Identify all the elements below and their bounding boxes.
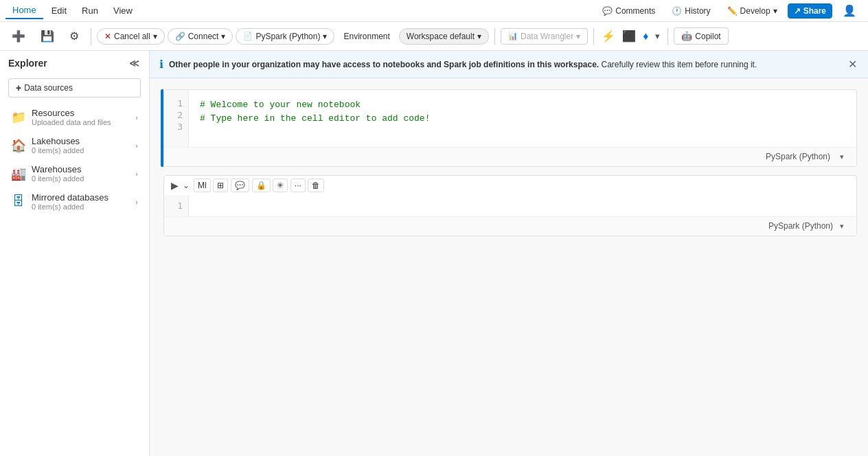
cell-2-line-1: 1 [177,201,183,211]
menu-home[interactable]: Home [5,2,43,19]
toolbar-icon-chevron[interactable]: ▾ [653,29,662,43]
pyspark-chevron-icon: ▾ [323,32,327,41]
toolbar-icon-1[interactable]: ⚡ [599,27,617,45]
menu-run[interactable]: Run [75,3,105,19]
sidebar-title: Explorer [8,58,47,69]
alert-close-button[interactable]: ✕ [847,56,858,72]
connect-icon: 🔗 [175,32,185,41]
cell-2-toolbar-right: Ml ⊞ 💬 🔒 ✳ ··· 🗑 [194,180,849,190]
mirrored-icon: 🗄 [11,194,26,209]
sidebar: Explorer ≪ + Data sources 📁 Resources Up… [0,51,150,456]
menu-right: 💬 Comments 🕐 History ✏️ Develop ▾ ↗ Shar… [596,1,863,20]
add-icon: + [16,82,21,93]
mirrored-name: Mirrored databases [32,192,133,203]
line-number-1: 1 [177,98,183,109]
mirrored-chevron-icon [135,198,138,206]
main-layout: Explorer ≪ + Data sources 📁 Resources Up… [0,51,868,456]
sidebar-item-lakehouses[interactable]: 🏠 Lakehouses 0 item(s) added [3,132,146,159]
toolbar-icon-3[interactable]: ♦ [641,28,650,45]
mirrored-content: Mirrored databases 0 item(s) added [32,192,133,211]
resources-content: Resources Uploaded data and files [32,108,133,126]
add-datasource-button[interactable]: + Data sources [8,78,141,98]
toolbar-separator-4 [667,28,668,45]
cell-2-asterisk-button[interactable]: ✳ [273,179,288,192]
copilot-button[interactable]: 🤖 Copilot [674,27,728,45]
cell-2-wrapper: ▶ ⌄ Ml ⊞ 💬 🔒 ✳ ··· 🗑 [161,175,857,236]
cell-1-body: 1 2 3 # Welcome to your new notebook # T… [164,90,856,147]
workspace-button[interactable]: Workspace default ▾ [399,28,489,45]
settings-button[interactable]: ⚙ [63,26,85,46]
connect-chevron-icon: ▾ [221,32,225,41]
share-icon: ↗ [794,6,801,16]
resources-chevron-icon [135,113,138,122]
cell-2-lang-dropdown[interactable]: ▾ [836,220,848,233]
resources-name: Resources [32,108,133,118]
notebook-area: 1 2 3 # Welcome to your new notebook # T… [150,78,868,456]
data-wrangler-label: Data Wrangler [521,32,573,41]
copilot-icon: 🤖 [681,31,692,41]
save-button[interactable]: 💾 [34,26,60,46]
cell-1-lang-dropdown[interactable]: ▾ [836,150,848,163]
cell-2-run-button[interactable]: ▶ [171,180,179,191]
menu-view[interactable]: View [106,3,139,19]
workspace-label: Workspace default [407,32,475,41]
workspace-chevron-icon: ▾ [477,32,481,41]
lakehouses-sub: 0 item(s) added [32,146,133,155]
cell-2[interactable]: ▶ ⌄ Ml ⊞ 💬 🔒 ✳ ··· 🗑 [163,175,857,236]
cancel-all-button[interactable]: ✕ Cancel all ▾ [97,28,165,45]
sidebar-collapse-button[interactable]: ≪ [128,56,141,70]
comment-icon: 💬 [602,6,613,16]
cell-2-delete-button[interactable]: 🗑 [308,179,324,192]
add-cell-icon: ➕ [12,30,25,43]
cell-2-insert-button[interactable]: ⊞ [213,179,228,192]
cell-2-comment-button[interactable]: 💬 [231,179,249,192]
alert-banner: ℹ Other people in your organization may … [150,51,868,78]
warehouse-icon: 🏭 [11,166,26,181]
alert-rest-text: Carefully review this item before runnin… [601,60,757,69]
settings-icon: ⚙ [69,30,79,43]
save-icon: 💾 [41,30,54,43]
share-label: Share [803,6,826,16]
cell-2-ml-button[interactable]: Ml [194,179,211,192]
cell-1[interactable]: 1 2 3 # Welcome to your new notebook # T… [163,89,857,167]
menu-edit[interactable]: Edit [45,3,73,19]
develop-button[interactable]: ✏️ Develop ▾ [721,3,784,19]
copilot-label: Copilot [695,32,720,41]
cell-2-collapse-button[interactable]: ⌄ [183,181,190,190]
add-cell-button[interactable]: ➕ [5,26,32,46]
cell-2-lock-button[interactable]: 🔒 [252,179,271,192]
line-number-3: 3 [177,122,183,132]
connect-button[interactable]: 🔗 Connect ▾ [168,28,233,45]
mirrored-sub: 0 item(s) added [32,203,133,211]
cell-1-code[interactable]: # Welcome to your new notebook # Type he… [189,90,856,147]
alert-text: Other people in your organization may ha… [169,60,757,69]
user-avatar[interactable]: 👤 [836,1,863,20]
add-datasource-label: Data sources [24,83,73,93]
cell-2-footer: PySpark (Python) ▾ [164,216,856,236]
comments-label: Comments [615,6,655,16]
pyspark-button[interactable]: 📄 PySpark (Python) ▾ [236,28,334,45]
comments-button[interactable]: 💬 Comments [596,3,661,19]
history-button[interactable]: 🕐 History [665,3,716,19]
toolbar-separator-3 [593,28,594,45]
toolbar-icon-2[interactable]: ⬛ [620,27,638,45]
history-label: History [685,6,710,16]
cell-2-more-button[interactable]: ··· [290,179,306,192]
sidebar-item-warehouses[interactable]: 🏭 Warehouses 0 item(s) added [3,160,146,187]
develop-chevron-icon: ▾ [773,6,777,16]
sidebar-item-mirrored[interactable]: 🗄 Mirrored databases 0 item(s) added [3,188,146,215]
cell-2-lang: PySpark (Python) [768,221,833,231]
sidebar-item-resources[interactable]: 📁 Resources Uploaded data and files [3,104,146,130]
toolbar: ➕ 💾 ⚙ ✕ Cancel all ▾ 🔗 Connect ▾ 📄 PySpa… [0,22,868,51]
lakehouses-content: Lakehouses 0 item(s) added [32,136,133,155]
share-button[interactable]: ↗ Share [788,3,832,19]
cell-1-line-numbers: 1 2 3 [164,90,189,147]
pyspark-icon: 📄 [243,32,253,41]
toolbar-separator-2 [494,28,495,45]
menu-bar: Home Edit Run View 💬 Comments 🕐 History … [0,0,868,22]
data-wrangler-button[interactable]: 📊 Data Wrangler ▾ [501,28,588,45]
develop-icon: ✏️ [727,6,738,16]
environment-button[interactable]: Environment [337,28,396,45]
lakehouses-name: Lakehouses [32,136,133,146]
cell-2-code[interactable] [189,195,856,216]
